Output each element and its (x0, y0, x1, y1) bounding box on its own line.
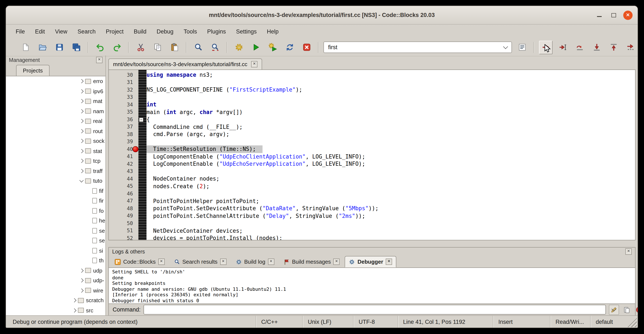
code-text[interactable]: PointToPointHelper pointToPoint; (146, 197, 259, 205)
line-number[interactable]: 32 (109, 87, 138, 93)
tree-expand-icon[interactable] (71, 309, 77, 312)
open-file-button[interactable] (36, 41, 49, 54)
code-text[interactable]: pointToPoint.SetChannelAttribute ("Delay… (146, 212, 365, 220)
close-tab-icon[interactable]: ✕ (268, 258, 274, 265)
tree-item-fo-13[interactable]: fo (6, 206, 106, 216)
debug-continue-button[interactable] (539, 41, 552, 54)
line-number[interactable]: 35 (109, 109, 138, 115)
undo-button[interactable] (93, 41, 107, 54)
tree-item-mat-2[interactable]: mat (6, 96, 106, 106)
log-tab-code-blocks[interactable]: Code::Blocks✕ (110, 256, 169, 267)
tree-item-wire-21[interactable]: wire (6, 285, 106, 295)
stop-debugger-button[interactable] (635, 305, 638, 314)
save-button[interactable] (52, 41, 66, 54)
build-target-list-button[interactable] (515, 41, 529, 54)
line-number[interactable]: 47 (109, 198, 138, 204)
tree-expand-icon[interactable] (78, 110, 84, 113)
line-number[interactable]: 50 (109, 220, 138, 226)
tree-item-sock-6[interactable]: sock (6, 136, 106, 146)
line-number[interactable]: 46 (109, 191, 138, 197)
minimize-button[interactable] (594, 11, 604, 20)
line-number[interactable]: 52 (109, 235, 138, 240)
line-number[interactable]: 45 (109, 183, 138, 189)
menu-edit[interactable]: Edit (30, 27, 50, 37)
tree-item-he-14[interactable]: he (6, 216, 106, 226)
line-number[interactable]: 41 (109, 154, 138, 160)
debugger-output[interactable]: Setting SHELL to '/bin/sh'doneSetting br… (109, 267, 635, 304)
line-number[interactable]: 44 (109, 176, 138, 182)
tree-item-rout-5[interactable]: rout (6, 126, 106, 136)
tree-expand-icon[interactable] (78, 140, 84, 143)
tree-item-udp--20[interactable]: udp- (6, 275, 106, 285)
line-number[interactable]: 30 (109, 72, 138, 78)
close-tab-icon[interactable]: ✕ (220, 258, 226, 265)
line-number[interactable]: 38 (109, 131, 138, 137)
code-text[interactable]: NodeContainer nodes; (146, 175, 219, 182)
find-button[interactable] (192, 41, 205, 54)
code-text[interactable]: main (int argc, char *argv[]) (146, 108, 242, 116)
close-tab-icon[interactable]: ✕ (158, 258, 164, 265)
cut-button[interactable] (134, 41, 147, 54)
tree-expand-icon[interactable] (78, 289, 84, 292)
tree-item-tuto-10[interactable]: tuto (6, 176, 106, 186)
menu-project[interactable]: Project (101, 27, 128, 37)
tree-item-ipv6-1[interactable]: ipv6 (6, 86, 106, 96)
menu-settings[interactable]: Settings (232, 27, 262, 37)
tree-expand-icon[interactable] (78, 130, 84, 133)
run-to-cursor-button[interactable] (556, 41, 570, 54)
tree-item-traff-9[interactable]: traff (6, 166, 106, 176)
tree-expand-icon[interactable] (78, 80, 84, 83)
logs-close-icon[interactable]: ✕ (625, 248, 632, 255)
line-number[interactable]: 36 (109, 117, 138, 123)
code-text[interactable]: int (146, 101, 156, 108)
menu-search[interactable]: Search (73, 27, 100, 37)
code-text[interactable]: NetDeviceContainer devices; (146, 227, 242, 234)
menu-plugins[interactable]: Plugins (202, 27, 230, 37)
line-number[interactable]: 39 (109, 139, 138, 145)
redo-button[interactable] (110, 41, 124, 54)
step-out-button[interactable] (607, 41, 620, 54)
line-number[interactable]: 43 (109, 168, 138, 174)
tree-expand-icon[interactable] (78, 90, 84, 93)
menu-help[interactable]: Help (262, 27, 284, 37)
tree-expand-icon[interactable] (78, 170, 84, 173)
line-number[interactable]: 42 (109, 161, 138, 167)
rebuild-button[interactable] (283, 41, 296, 54)
line-number[interactable]: 37 (109, 124, 138, 130)
tree-expand-icon[interactable] (78, 180, 84, 182)
line-number[interactable]: 31 (109, 80, 138, 85)
log-tab-debugger[interactable]: Debugger✕ (345, 256, 396, 267)
tree-item-stat-7[interactable]: stat (6, 146, 106, 156)
code-text[interactable]: nodes.Create (2); (146, 182, 209, 190)
copy-log-button[interactable] (622, 305, 631, 314)
code-text[interactable]: { (146, 116, 150, 123)
tree-expand-icon[interactable] (78, 120, 84, 123)
code-text[interactable]: devices = pointToPoint.Install (nodes); (146, 234, 282, 240)
tree-item-tcp-8[interactable]: tcp (6, 156, 106, 166)
tab-projects[interactable]: Projects (16, 65, 50, 76)
code-text[interactable]: pointToPoint.SetDeviceAttribute ("DataRa… (146, 205, 378, 212)
fold-marker-icon[interactable]: − (139, 117, 144, 122)
tree-item-se-16[interactable]: se (6, 236, 106, 246)
menu-tools[interactable]: Tools (179, 27, 202, 37)
code-editor[interactable]: 30using namespace ns3;3132NS_LOG_COMPONE… (108, 70, 636, 240)
tree-expand-icon[interactable] (78, 100, 84, 103)
save-all-button[interactable] (70, 41, 83, 54)
line-number[interactable]: 49 (109, 213, 138, 219)
tree-item-se-15[interactable]: se (6, 226, 106, 236)
close-button[interactable]: ✕ (623, 11, 632, 20)
line-number[interactable]: 48 (109, 206, 138, 211)
log-tab-build-messages[interactable]: Build messages✕ (279, 256, 344, 267)
copy-button[interactable] (151, 41, 164, 54)
tree-expand-icon[interactable] (78, 269, 84, 272)
abort-build-button[interactable] (300, 41, 313, 54)
code-text[interactable]: CommandLine cmd (__FILE__); (146, 123, 242, 131)
code-text[interactable]: using namespace ns3; (146, 71, 213, 79)
tree-item-si-17[interactable]: si (6, 246, 106, 256)
next-line-button[interactable] (573, 41, 586, 54)
menu-build[interactable]: Build (129, 27, 151, 37)
build-button[interactable] (232, 41, 246, 54)
build-and-run-button[interactable] (266, 41, 280, 54)
menu-view[interactable]: View (50, 27, 72, 37)
management-close-icon[interactable]: ✕ (96, 57, 102, 63)
